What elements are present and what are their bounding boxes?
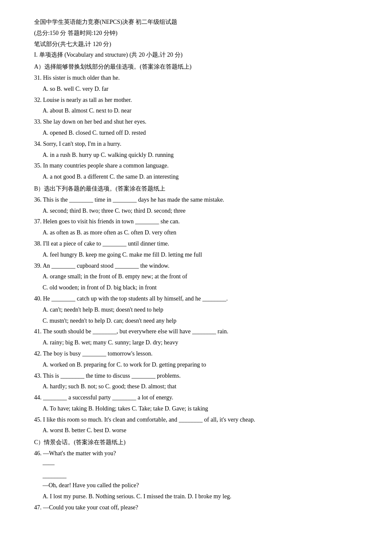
question-33-options: A. opened B. closed C. turned off D. res… <box>43 128 358 138</box>
question-44-options: A. To have; taking B. Holding; takes C. … <box>43 404 358 414</box>
question-45-options: A. worst B. better C. best D. worse <box>43 425 358 436</box>
exam-title: 全国中学生英语能力竞赛(NEPCS)决赛 初二年级组试题 <box>34 17 358 27</box>
section-a-header: A）选择能够替换划线部分的最佳选项。(答案涂在答题纸上) <box>34 62 358 72</box>
question-40: 40. He ________ catch up with the top st… <box>34 294 358 304</box>
question-41: 41. The south should be ________, but ev… <box>34 327 358 337</box>
question-31: 31. His sister is much older than he. <box>34 73 358 83</box>
question-46-cont: —Oh, dear! Have you called the police? <box>43 480 358 491</box>
question-35-options: A. a not good B. a different C. the same… <box>43 172 358 182</box>
question-34-options: A. in a rush B. hurry up C. walking quic… <box>43 150 358 160</box>
question-44: 44. ________ a successful party ________… <box>34 393 358 403</box>
exam-subtitle2: 笔试部分(共七大题,计 120 分) <box>34 39 358 49</box>
question-39-options-2: C. old wooden; in front of D. big black;… <box>43 283 358 293</box>
question-41-options: A. rainy; big B. wet; many C. sunny; lar… <box>43 338 358 348</box>
question-42: 42. The boy is busy ________ tomorrow's … <box>34 349 358 359</box>
question-46-options: A. I lost my purse. B. Nothing serious. … <box>43 491 358 502</box>
section-c-header: C）情景会话。(答案涂在答题纸上) <box>34 437 358 448</box>
question-32-options: A. about B. almost C. next to D. near <box>43 106 358 116</box>
question-46-dash: ________ <box>43 471 358 481</box>
question-38: 38. I'll eat a piece of cake to ________… <box>34 239 358 249</box>
question-34: 34. Sorry, I can't stop, I'm in a hurry. <box>34 139 358 149</box>
question-37-options: A. as often as B. as more often as C. of… <box>43 228 358 238</box>
question-46: 46. —What's the matter with you? <box>34 448 358 459</box>
question-40-options-2: C. mustn't; needn't to help D. can; does… <box>43 316 358 326</box>
question-46-blank: —— <box>43 460 358 470</box>
question-37: 37. Helen goes to visit his friends in t… <box>34 217 358 227</box>
question-31-options: A. so B. well C. very D. far <box>43 84 358 94</box>
question-35: 35. In many countries people share a com… <box>34 161 358 171</box>
question-39: 39. An ________ cupboard stood ________ … <box>34 261 358 271</box>
question-38-options: A. feel hungry B. keep me going C. make … <box>43 250 358 260</box>
section1-header: I. 单项选择 (Vocabulary and structure) (共 20… <box>34 50 358 60</box>
question-43: 43. This is ________ the time to discuss… <box>34 371 358 381</box>
question-33: 33. She lay down on her bed and shut her… <box>34 117 358 127</box>
question-40-options-1: A. can't; needn't help B. must; doesn't … <box>43 305 358 315</box>
question-47: 47. —Could you take your coat off, pleas… <box>34 503 358 513</box>
question-43-options: A. hardly; such B. not; so C. good; thes… <box>43 382 358 392</box>
question-36: 36. This is the ________ time in _______… <box>34 195 358 205</box>
exam-subtitle1: (总分:150 分 答题时间:120 分钟) <box>34 28 358 38</box>
section-b-header: B）选出下列各题的最佳选项。(答案涂在答题纸上 <box>34 184 358 194</box>
question-45: 45. I like this room so much. It's clean… <box>34 415 358 425</box>
exam-container: 全国中学生英语能力竞赛(NEPCS)决赛 初二年级组试题 (总分:150 分 答… <box>34 17 358 513</box>
question-36-options: A. second; third B. two; three C. two; t… <box>43 206 358 216</box>
question-32: 32. Louise is nearly as tall as her moth… <box>34 95 358 105</box>
question-42-options: A. worked on B. preparing for C. to work… <box>43 360 358 370</box>
question-39-options-1: A. orange small; in the front of B. empt… <box>43 272 358 282</box>
